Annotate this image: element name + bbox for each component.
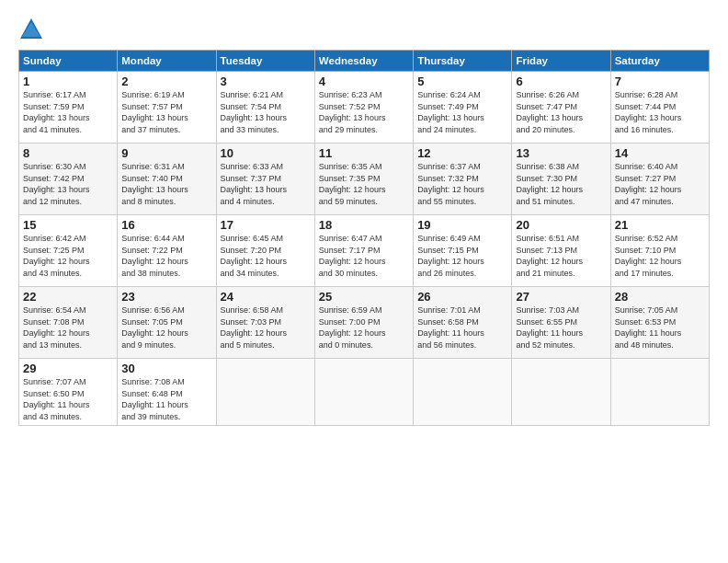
day-info: Sunrise: 6:38 AM Sunset: 7:30 PM Dayligh… <box>516 161 606 207</box>
calendar-cell: 26Sunrise: 7:01 AM Sunset: 6:58 PM Dayli… <box>414 287 512 359</box>
calendar-header-sunday: Sunday <box>19 51 118 72</box>
calendar-cell: 19Sunrise: 6:49 AM Sunset: 7:15 PM Dayli… <box>414 215 512 287</box>
day-info: Sunrise: 7:07 AM Sunset: 6:50 PM Dayligh… <box>23 376 113 422</box>
calendar-cell: 13Sunrise: 6:38 AM Sunset: 7:30 PM Dayli… <box>512 144 610 215</box>
day-number: 26 <box>417 290 507 304</box>
day-info: Sunrise: 6:37 AM Sunset: 7:32 PM Dayligh… <box>417 161 507 207</box>
day-number: 16 <box>121 218 211 232</box>
day-info: Sunrise: 7:05 AM Sunset: 6:53 PM Dayligh… <box>615 304 705 350</box>
day-number: 20 <box>516 218 606 232</box>
day-number: 1 <box>23 75 113 88</box>
day-info: Sunrise: 6:17 AM Sunset: 7:59 PM Dayligh… <box>23 89 113 135</box>
calendar-cell: 25Sunrise: 6:59 AM Sunset: 7:00 PM Dayli… <box>314 287 413 359</box>
day-number: 5 <box>417 75 507 88</box>
day-number: 22 <box>23 290 113 304</box>
calendar-cell <box>512 359 610 426</box>
day-number: 21 <box>615 218 705 232</box>
day-info: Sunrise: 6:40 AM Sunset: 7:27 PM Dayligh… <box>615 161 705 207</box>
calendar-cell: 12Sunrise: 6:37 AM Sunset: 7:32 PM Dayli… <box>414 144 512 215</box>
calendar-cell: 9Sunrise: 6:31 AM Sunset: 7:40 PM Daylig… <box>118 144 216 215</box>
calendar-cell: 22Sunrise: 6:54 AM Sunset: 7:08 PM Dayli… <box>19 287 118 359</box>
day-info: Sunrise: 6:54 AM Sunset: 7:08 PM Dayligh… <box>23 304 113 350</box>
calendar-cell: 18Sunrise: 6:47 AM Sunset: 7:17 PM Dayli… <box>314 215 413 287</box>
calendar-cell: 2Sunrise: 6:19 AM Sunset: 7:57 PM Daylig… <box>118 72 216 144</box>
day-info: Sunrise: 6:42 AM Sunset: 7:25 PM Dayligh… <box>23 233 113 279</box>
day-info: Sunrise: 6:24 AM Sunset: 7:49 PM Dayligh… <box>417 89 507 135</box>
day-number: 30 <box>121 362 211 375</box>
calendar-cell: 8Sunrise: 6:30 AM Sunset: 7:42 PM Daylig… <box>19 144 118 215</box>
day-number: 14 <box>615 146 705 160</box>
day-number: 3 <box>221 75 311 88</box>
calendar-cell: 1Sunrise: 6:17 AM Sunset: 7:59 PM Daylig… <box>19 72 118 144</box>
day-number: 13 <box>516 146 606 160</box>
calendar-week-1: 1Sunrise: 6:17 AM Sunset: 7:59 PM Daylig… <box>19 72 710 144</box>
logo <box>18 17 48 42</box>
calendar-cell: 27Sunrise: 7:03 AM Sunset: 6:55 PM Dayli… <box>512 287 610 359</box>
day-info: Sunrise: 6:56 AM Sunset: 7:05 PM Dayligh… <box>121 304 211 350</box>
day-number: 12 <box>417 146 507 160</box>
logo-icon <box>18 17 44 42</box>
day-info: Sunrise: 6:44 AM Sunset: 7:22 PM Dayligh… <box>121 233 211 279</box>
day-number: 17 <box>221 218 311 232</box>
calendar-cell: 30Sunrise: 7:08 AM Sunset: 6:48 PM Dayli… <box>118 359 216 426</box>
calendar-cell: 20Sunrise: 6:51 AM Sunset: 7:13 PM Dayli… <box>512 215 610 287</box>
day-number: 11 <box>319 146 409 160</box>
calendar-cell: 6Sunrise: 6:26 AM Sunset: 7:47 PM Daylig… <box>512 72 610 144</box>
day-number: 27 <box>516 290 606 304</box>
calendar-cell: 7Sunrise: 6:28 AM Sunset: 7:44 PM Daylig… <box>610 72 709 144</box>
calendar-week-2: 8Sunrise: 6:30 AM Sunset: 7:42 PM Daylig… <box>19 144 710 215</box>
calendar-cell: 16Sunrise: 6:44 AM Sunset: 7:22 PM Dayli… <box>118 215 216 287</box>
calendar-cell: 28Sunrise: 7:05 AM Sunset: 6:53 PM Dayli… <box>610 287 709 359</box>
day-info: Sunrise: 6:31 AM Sunset: 7:40 PM Dayligh… <box>121 161 211 207</box>
day-info: Sunrise: 6:28 AM Sunset: 7:44 PM Dayligh… <box>615 89 705 135</box>
day-info: Sunrise: 6:52 AM Sunset: 7:10 PM Dayligh… <box>615 233 705 279</box>
day-info: Sunrise: 6:35 AM Sunset: 7:35 PM Dayligh… <box>319 161 409 207</box>
day-number: 28 <box>615 290 705 304</box>
calendar: SundayMondayTuesdayWednesdayThursdayFrid… <box>18 50 710 426</box>
calendar-header-wednesday: Wednesday <box>314 51 413 72</box>
day-number: 10 <box>221 146 311 160</box>
calendar-cell: 23Sunrise: 6:56 AM Sunset: 7:05 PM Dayli… <box>118 287 216 359</box>
calendar-cell: 21Sunrise: 6:52 AM Sunset: 7:10 PM Dayli… <box>610 215 709 287</box>
calendar-cell: 10Sunrise: 6:33 AM Sunset: 7:37 PM Dayli… <box>216 144 314 215</box>
day-number: 6 <box>516 75 606 88</box>
calendar-cell: 4Sunrise: 6:23 AM Sunset: 7:52 PM Daylig… <box>314 72 413 144</box>
day-number: 7 <box>615 75 705 88</box>
day-info: Sunrise: 6:19 AM Sunset: 7:57 PM Dayligh… <box>121 89 211 135</box>
calendar-cell: 14Sunrise: 6:40 AM Sunset: 7:27 PM Dayli… <box>610 144 709 215</box>
day-info: Sunrise: 6:26 AM Sunset: 7:47 PM Dayligh… <box>516 89 606 135</box>
day-info: Sunrise: 6:47 AM Sunset: 7:17 PM Dayligh… <box>319 233 409 279</box>
day-number: 24 <box>221 290 311 304</box>
calendar-cell: 3Sunrise: 6:21 AM Sunset: 7:54 PM Daylig… <box>216 72 314 144</box>
day-info: Sunrise: 7:03 AM Sunset: 6:55 PM Dayligh… <box>516 304 606 350</box>
day-info: Sunrise: 7:08 AM Sunset: 6:48 PM Dayligh… <box>121 376 211 422</box>
calendar-cell: 24Sunrise: 6:58 AM Sunset: 7:03 PM Dayli… <box>216 287 314 359</box>
day-info: Sunrise: 6:59 AM Sunset: 7:00 PM Dayligh… <box>319 304 409 350</box>
calendar-cell: 29Sunrise: 7:07 AM Sunset: 6:50 PM Dayli… <box>19 359 118 426</box>
day-info: Sunrise: 7:01 AM Sunset: 6:58 PM Dayligh… <box>417 304 507 350</box>
calendar-header-friday: Friday <box>512 51 610 72</box>
day-info: Sunrise: 6:58 AM Sunset: 7:03 PM Dayligh… <box>221 304 311 350</box>
calendar-header-tuesday: Tuesday <box>216 51 314 72</box>
calendar-cell: 5Sunrise: 6:24 AM Sunset: 7:49 PM Daylig… <box>414 72 512 144</box>
day-number: 9 <box>121 146 211 160</box>
day-number: 15 <box>23 218 113 232</box>
day-info: Sunrise: 6:30 AM Sunset: 7:42 PM Dayligh… <box>23 161 113 207</box>
day-info: Sunrise: 6:45 AM Sunset: 7:20 PM Dayligh… <box>221 233 311 279</box>
day-info: Sunrise: 6:23 AM Sunset: 7:52 PM Dayligh… <box>319 89 409 135</box>
calendar-cell <box>414 359 512 426</box>
svg-marker-1 <box>22 22 40 37</box>
calendar-week-5: 29Sunrise: 7:07 AM Sunset: 6:50 PM Dayli… <box>19 359 710 426</box>
day-number: 19 <box>417 218 507 232</box>
day-info: Sunrise: 6:33 AM Sunset: 7:37 PM Dayligh… <box>221 161 311 207</box>
calendar-cell <box>216 359 314 426</box>
calendar-header-row: SundayMondayTuesdayWednesdayThursdayFrid… <box>19 51 710 72</box>
calendar-header-monday: Monday <box>118 51 216 72</box>
calendar-week-4: 22Sunrise: 6:54 AM Sunset: 7:08 PM Dayli… <box>19 287 710 359</box>
calendar-cell <box>610 359 709 426</box>
day-number: 8 <box>23 146 113 160</box>
day-info: Sunrise: 6:21 AM Sunset: 7:54 PM Dayligh… <box>221 89 311 135</box>
calendar-week-3: 15Sunrise: 6:42 AM Sunset: 7:25 PM Dayli… <box>19 215 710 287</box>
day-number: 2 <box>121 75 211 88</box>
day-info: Sunrise: 6:49 AM Sunset: 7:15 PM Dayligh… <box>417 233 507 279</box>
